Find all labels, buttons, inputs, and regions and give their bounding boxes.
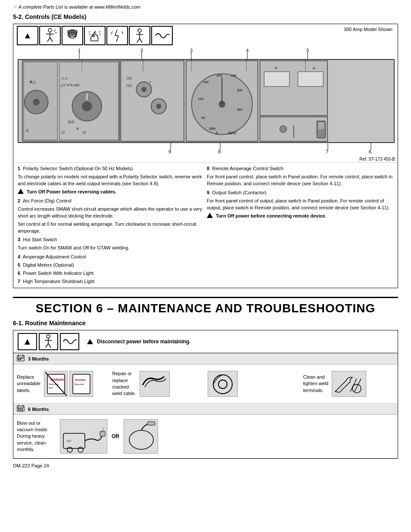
svg-text:G⊙: G⊙ [68,120,75,124]
svg-text:☑: ☑ [26,129,29,133]
warn-icon-fire [84,26,106,45]
diagram-label: 300 Amp Model Shown [344,26,394,32]
svg-text:V: V [275,65,278,70]
svg-text:AIR: AIR [66,439,72,442]
svg-rect-90 [20,358,21,359]
warn-icon-person2 [129,26,150,45]
vacuum-cleaner-icon [124,419,158,454]
item-cable-icon2 [208,371,299,397]
callout-lines-bottom [18,143,395,155]
item8-desc: For front panel control, place switch in… [207,174,393,187]
item5-label: 5 Digital Meters (Optional) [18,262,204,269]
svg-text:A: A [76,127,79,131]
3months-content: Replaceunreadablelabels. WARNING Some te… [13,364,398,403]
page-footer: OM-222 Page 24 [13,463,398,468]
item9-warning-text: Turn Off power before connecting remote … [216,213,327,220]
warn-icon-face [62,26,83,45]
svg-text:250: 250 [231,74,237,78]
repair-cable-text: Repair orreplacecrackedweld cable. [112,370,136,397]
callout-9: 9 [168,149,171,154]
controls-left-col: 1 Polarity Selector Switch (Optional On … [18,165,204,285]
maint-wave-icon [60,333,79,350]
callout-6: 6 [369,149,371,154]
svg-text:WARNIN: WARNIN [75,379,85,381]
svg-line-15 [137,38,140,43]
svg-rect-92 [22,358,23,359]
disconnect-warn-area: Disconnect power before maintaining. [87,339,190,345]
item8-label: 8 Remote Amperage Control Switch [207,165,393,172]
calendar-3mo-icon [17,355,25,363]
6months-content: Blow out or vacuum inside. During heavy … [13,415,398,458]
6months-row: 6 Months Blow out or vacuum inside. Duri… [13,404,398,458]
svg-text:Some text: Some text [74,383,84,386]
warn-icon-person [39,26,61,45]
svg-text:△|△: △|△ [126,76,133,80]
blower-icon: AIR [60,419,107,454]
svg-point-79 [47,335,50,338]
item9-label: 9 Output Switch (Contactor) [207,190,393,196]
callout-lines-top [18,47,393,59]
item-repair-cable: Repair orreplacecrackedweld cable. [112,370,204,397]
item-vacuum: Blow out or vacuum inside. During heavy … [17,420,56,453]
maintenance-box: ▲ [13,330,398,459]
warning-icons-row: ▲ [17,26,174,45]
maint-warn-icon: ▲ [18,333,37,350]
svg-point-103 [213,375,232,394]
svg-text:A: A [216,131,218,135]
svg-rect-64 [298,72,324,86]
disconnect-warn-triangle [87,339,93,344]
svg-point-40 [141,87,146,92]
svg-point-105 [352,384,361,393]
svg-point-25 [33,99,40,106]
item-clean-terminals: Clean andtighten weldterminals. [303,371,395,397]
svg-text:MIN: MIN [209,127,216,131]
callout-8: 8 [218,149,221,154]
item2-desc2: Set control at 0 for normal welding ampe… [18,221,204,235]
svg-point-121 [129,430,153,449]
svg-line-3 [47,37,50,42]
cable-spool-icon [208,371,238,397]
svg-rect-63 [264,72,290,86]
3months-label: 3 Months [28,356,49,361]
item9-desc: For front panel control of output, place… [207,198,393,212]
section61-heading: 6-1. Routine Maintenance [13,320,398,327]
controls-box: ▲ [13,24,398,288]
6months-header: 6 Months [13,404,398,415]
maintenance-warning-row: ▲ [13,330,398,353]
replace-labels-icons: WARNING Some text here WARNIN [44,371,93,397]
calendar-6mo-icon [17,405,25,413]
svg-rect-91 [20,359,21,360]
warn-label-icon2: WARNIN Some text [69,371,93,397]
svg-text:△|△: △|△ [126,83,133,87]
svg-line-9 [115,30,117,36]
svg-point-66 [280,126,286,133]
item1-desc: To change polarity on models not equippe… [18,174,204,187]
svg-rect-114 [22,408,23,409]
svg-line-83 [48,343,51,348]
maintenance-icons: ▲ [18,333,79,350]
warning-triangle-icon: ▲ [17,26,38,45]
ref-text: Ref. ST-173 450-B [13,156,398,162]
svg-text:MAX: MAX [228,131,237,135]
callouts-row: 1 2 3 4 5 [18,47,393,59]
svg-line-4 [50,37,53,42]
svg-text:A: A [313,65,316,70]
item3-label: 3 Hot Start Switch [18,236,204,243]
svg-text:⊕△: ⊕△ [29,80,36,84]
item2-label: 2 Arc Force (Dig) Control [18,198,204,205]
maint-person-icon [39,333,58,350]
callout-7: 7 [326,149,328,154]
svg-point-104 [218,380,227,389]
svg-rect-112 [20,408,21,409]
terminals-icon [332,371,366,397]
machine-panel-diagram: 1 2 3 4 5 [18,47,393,155]
item1-label: 1 Polarity Selector Switch (Optional On … [18,165,204,172]
controls-description: 1 Polarity Selector Switch (Optional On … [13,162,398,288]
svg-rect-110 [18,408,19,409]
svg-text:350: 350 [237,108,243,112]
svg-text:△▽ 0  % 100: △▽ 0 % 100 [61,83,80,87]
svg-text:☑: ☑ [83,131,86,134]
svg-line-11 [116,36,118,42]
panel-svg: ⊕△ ☑ △ △ △▽ 0 % 100 G⊙ A ☑ ☑ [18,59,395,143]
svg-text:50: 50 [201,116,205,120]
